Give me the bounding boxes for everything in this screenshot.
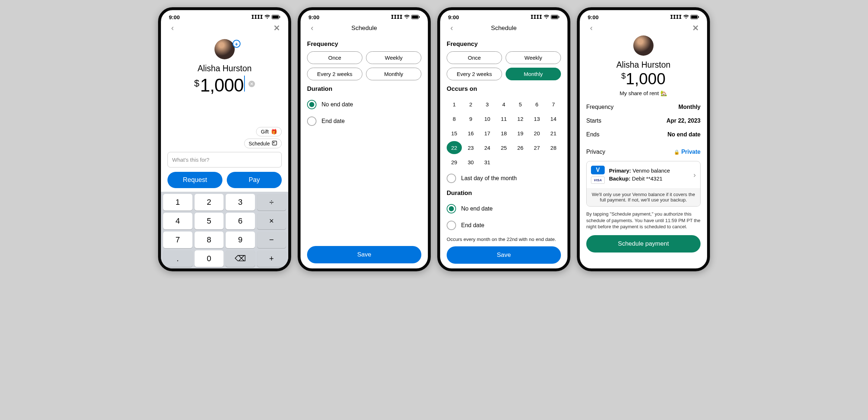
close-button[interactable]: ✕: [272, 23, 282, 33]
calendar-day-16[interactable]: 16: [463, 127, 478, 140]
calendar-day-12[interactable]: 12: [513, 112, 528, 125]
calendar-day-1[interactable]: 1: [447, 98, 462, 111]
payment-method-selector[interactable]: V VISA Primary: Venmo balance Backup: De…: [587, 161, 700, 188]
freq-once[interactable]: Once: [307, 51, 362, 64]
duration-end-date[interactable]: End date: [447, 217, 561, 234]
calendar-day-24[interactable]: 24: [480, 141, 495, 154]
key-9[interactable]: 9: [226, 232, 255, 248]
duration-no-end[interactable]: No end date: [447, 200, 561, 217]
calendar-day-30[interactable]: 30: [463, 156, 478, 169]
duration-end-date[interactable]: End date: [307, 113, 421, 130]
duration-title: Duration: [307, 85, 421, 93]
battery-icon: [551, 14, 559, 20]
no-end-label: No end date: [461, 205, 493, 212]
venmo-icon: V: [591, 166, 605, 174]
status-bar: 9:00 𝗜𝗜𝗜𝗜: [580, 10, 707, 22]
calendar-day-27[interactable]: 27: [529, 141, 545, 154]
freq-biweekly[interactable]: Every 2 weeks: [307, 68, 362, 80]
key-plus[interactable]: +: [257, 250, 286, 267]
calendar-day-2[interactable]: 2: [463, 98, 478, 111]
calendar-day-31[interactable]: 31: [480, 156, 495, 169]
key-8[interactable]: 8: [195, 232, 224, 248]
gift-chip[interactable]: Gift 🎁: [256, 127, 282, 136]
wifi-icon: [264, 14, 270, 20]
key-4[interactable]: 4: [163, 213, 192, 229]
calendar-day-18[interactable]: 18: [496, 127, 511, 140]
freq-monthly[interactable]: Monthly: [366, 68, 421, 80]
calendar-day-28[interactable]: 28: [546, 141, 561, 154]
amount-display[interactable]: $ 1,000 ✕: [167, 75, 282, 96]
row-privacy[interactable]: Privacy 🔒 Private: [586, 145, 701, 159]
freq-biweekly[interactable]: Every 2 weeks: [447, 68, 502, 80]
calendar-day-25[interactable]: 25: [496, 141, 511, 154]
key-6[interactable]: 6: [226, 213, 255, 229]
calendar-day-8[interactable]: 8: [447, 112, 462, 125]
frequency-options: Once Weekly Every 2 weeks Monthly: [307, 51, 421, 80]
key-minus[interactable]: −: [257, 232, 286, 248]
calendar-day-5[interactable]: 5: [513, 98, 528, 111]
key-1[interactable]: 1: [163, 194, 192, 211]
calendar-day-13[interactable]: 13: [529, 112, 545, 125]
close-button[interactable]: ✕: [690, 23, 701, 33]
schedule-chip[interactable]: Schedule: [244, 139, 282, 148]
calendar-day-3[interactable]: 3: [480, 98, 495, 111]
key-divide[interactable]: ÷: [257, 194, 286, 211]
key-backspace[interactable]: ⌫: [226, 250, 255, 267]
key-3[interactable]: 3: [226, 194, 255, 211]
save-button[interactable]: Save: [307, 246, 421, 263]
recipient-name: Alisha Hurston: [586, 60, 701, 70]
note-input[interactable]: What's this for?: [167, 152, 282, 167]
signal-icon: 𝗜𝗜𝗜𝗜: [391, 14, 403, 20]
calendar-day-22[interactable]: 22: [447, 141, 462, 154]
add-recipient-button[interactable]: +: [233, 40, 241, 48]
key-0[interactable]: 0: [195, 250, 224, 267]
calendar-day-7[interactable]: 7: [546, 98, 561, 111]
freq-weekly[interactable]: Weekly: [506, 51, 561, 64]
clear-amount-button[interactable]: ✕: [248, 81, 255, 87]
calendar-day-11[interactable]: 11: [496, 112, 511, 125]
avatar[interactable]: [214, 39, 235, 59]
key-multiply[interactable]: ×: [257, 213, 286, 229]
battery-icon: [272, 14, 280, 20]
status-indicators: 𝗜𝗜𝗜𝗜: [391, 14, 420, 20]
key-decimal[interactable]: .: [163, 250, 192, 267]
duration-no-end[interactable]: No end date: [307, 96, 421, 113]
payment-footer-note: We'll only use your Venmo balance if it …: [587, 188, 700, 206]
payment-method-card: V VISA Primary: Venmo balance Backup: De…: [586, 161, 701, 207]
calendar-day-20[interactable]: 20: [529, 127, 545, 140]
request-button[interactable]: Request: [167, 172, 222, 188]
calendar-day-15[interactable]: 15: [447, 127, 462, 140]
calendar-day-21[interactable]: 21: [546, 127, 561, 140]
pay-button[interactable]: Pay: [227, 172, 282, 188]
calendar-day-9[interactable]: 9: [463, 112, 478, 125]
save-button[interactable]: Save: [447, 246, 561, 264]
key-7[interactable]: 7: [163, 232, 192, 248]
amount-value: 1,000: [200, 75, 243, 96]
back-button[interactable]: ‹: [586, 23, 596, 33]
disclosure-text: By tapping "Schedule payment," you autho…: [586, 211, 701, 230]
freq-weekly[interactable]: Weekly: [366, 51, 421, 64]
freq-monthly[interactable]: Monthly: [506, 68, 561, 80]
svg-rect-1: [272, 16, 278, 18]
payment-icons: V VISA: [591, 166, 605, 184]
last-day-option[interactable]: Last day of the month: [447, 169, 561, 184]
back-button[interactable]: ‹: [307, 23, 317, 33]
calendar-day-10[interactable]: 10: [480, 112, 495, 125]
calendar-day-14[interactable]: 14: [546, 112, 561, 125]
calendar-day-29[interactable]: 29: [447, 156, 462, 169]
back-button[interactable]: ‹: [447, 23, 457, 33]
calendar-day-19[interactable]: 19: [513, 127, 528, 140]
key-2[interactable]: 2: [195, 194, 224, 211]
key-5[interactable]: 5: [195, 213, 224, 229]
calendar-day-6[interactable]: 6: [529, 98, 545, 111]
row-ends: Ends No end date: [586, 128, 701, 141]
back-button[interactable]: ‹: [167, 23, 178, 33]
amount-display: $1,000: [586, 70, 701, 88]
calendar-day-4[interactable]: 4: [496, 98, 511, 111]
freq-once[interactable]: Once: [447, 51, 502, 64]
calendar-day-26[interactable]: 26: [513, 141, 528, 154]
calendar-day-23[interactable]: 23: [463, 141, 478, 154]
schedule-payment-button[interactable]: Schedule payment: [586, 235, 701, 253]
svg-rect-3: [272, 141, 277, 145]
calendar-day-17[interactable]: 17: [480, 127, 495, 140]
